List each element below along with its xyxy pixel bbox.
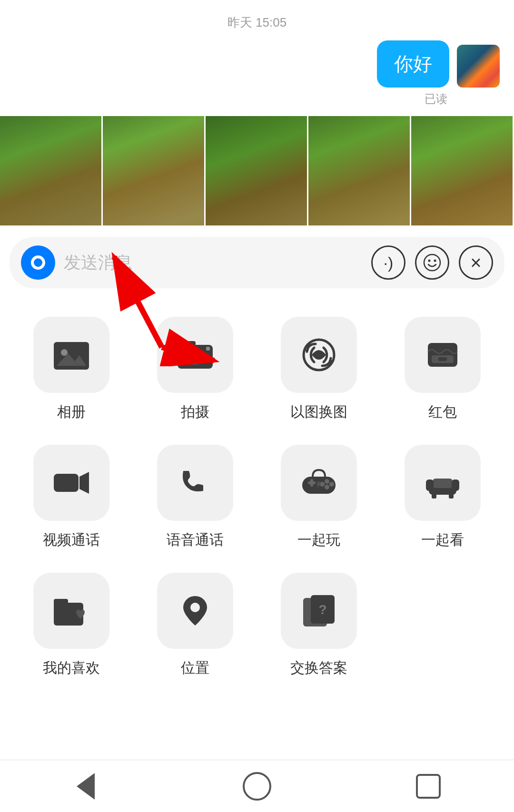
svg-rect-21 <box>438 357 447 361</box>
svg-text:?: ? <box>318 602 326 617</box>
timestamp: 昨天 15:05 <box>0 0 514 40</box>
app-grid: 相册 拍摄 <box>0 293 514 691</box>
read-status: 已读 <box>425 91 500 107</box>
chat-area: 你好 已读 <box>0 40 514 116</box>
svg-point-29 <box>325 485 329 489</box>
avatar <box>457 45 500 88</box>
close-icon[interactable]: × <box>459 245 493 280</box>
svg-point-8 <box>61 349 68 356</box>
back-icon <box>77 773 95 800</box>
svg-rect-22 <box>54 474 79 492</box>
app-item-voice-call[interactable]: 语音通话 <box>133 435 257 563</box>
emoji-icon[interactable] <box>415 245 449 280</box>
chat-bubble-row: 你好 <box>377 40 500 88</box>
app-item-album[interactable]: 相册 <box>10 307 133 435</box>
app-item-empty <box>381 563 504 691</box>
voice-call-label: 语音通话 <box>167 530 224 550</box>
favorites-label: 我的喜欢 <box>43 658 100 678</box>
nav-home-button[interactable] <box>238 767 276 805</box>
play-together-icon-box <box>281 445 357 521</box>
message-input[interactable]: 发送消息 <box>64 251 363 274</box>
bottom-nav <box>0 760 514 812</box>
app-item-favorites[interactable]: 我的喜欢 <box>10 563 133 691</box>
svg-rect-33 <box>426 479 434 491</box>
image-search-label: 以图换图 <box>290 402 347 422</box>
svg-rect-38 <box>54 599 68 606</box>
svg-point-30 <box>320 482 325 487</box>
exchange-label: 交换答案 <box>290 658 347 678</box>
app-item-play-together[interactable]: 一起玩 <box>257 435 381 563</box>
favorites-icon-box <box>33 573 109 649</box>
red-packet-icon-box <box>405 317 481 393</box>
svg-point-27 <box>325 479 329 484</box>
video-call-label: 视频通话 <box>43 530 100 550</box>
image-strip[interactable] <box>0 116 514 225</box>
svg-rect-15 <box>206 347 210 351</box>
nav-recent-button[interactable] <box>409 767 447 805</box>
svg-rect-35 <box>432 494 436 499</box>
camera-icon-box <box>157 317 233 393</box>
svg-point-3 <box>424 254 440 271</box>
svg-point-39 <box>190 603 200 612</box>
exchange-icon-box: ? <box>281 573 357 649</box>
svg-point-5 <box>434 260 436 262</box>
app-item-exchange[interactable]: ? 交换答案 <box>257 563 381 691</box>
album-label: 相册 <box>57 402 86 422</box>
svg-point-4 <box>428 260 431 262</box>
svg-rect-14 <box>187 341 196 346</box>
app-item-video-call[interactable]: 视频通话 <box>10 435 133 563</box>
image-strip-item[interactable] <box>0 116 103 225</box>
location-icon-box <box>157 573 233 649</box>
image-strip-item[interactable] <box>103 116 206 225</box>
app-item-image-search[interactable]: 以图换图 <box>257 307 381 435</box>
watch-together-icon-box <box>405 445 481 521</box>
svg-point-13 <box>192 353 198 360</box>
svg-rect-26 <box>310 479 313 487</box>
app-item-camera[interactable]: 拍摄 <box>133 307 257 435</box>
input-bar[interactable]: 发送消息 ·) × <box>10 237 504 288</box>
voice-icon[interactable]: ·) <box>371 245 405 280</box>
svg-marker-23 <box>79 472 89 494</box>
watch-together-label: 一起看 <box>421 530 464 550</box>
video-call-icon-box <box>33 445 109 521</box>
svg-rect-36 <box>449 494 454 499</box>
home-icon <box>243 772 271 801</box>
input-icons: ·) × <box>371 245 493 280</box>
image-strip-item[interactable] <box>206 116 308 225</box>
svg-point-28 <box>329 482 334 487</box>
app-item-red-packet[interactable]: 红包 <box>381 307 504 435</box>
image-search-icon-box <box>281 317 357 393</box>
recent-icon <box>416 774 441 799</box>
nav-back-button[interactable] <box>67 767 105 805</box>
image-strip-item[interactable] <box>308 116 411 225</box>
location-label: 位置 <box>181 658 209 678</box>
chat-bubble: 你好 <box>377 40 449 88</box>
camera-button[interactable] <box>21 245 55 280</box>
voice-call-icon-box <box>157 445 233 521</box>
red-packet-label: 红包 <box>428 402 457 422</box>
play-together-label: 一起玩 <box>297 530 340 550</box>
app-item-location[interactable]: 位置 <box>133 563 257 691</box>
svg-rect-34 <box>452 479 459 491</box>
camera-icon <box>31 255 45 270</box>
image-strip-item[interactable] <box>411 116 514 225</box>
camera-label: 拍摄 <box>181 402 209 422</box>
svg-marker-17 <box>305 350 309 353</box>
svg-rect-19 <box>428 343 457 367</box>
svg-rect-32 <box>433 479 453 488</box>
app-item-watch-together[interactable]: 一起看 <box>381 435 504 563</box>
album-icon-box <box>33 317 109 393</box>
